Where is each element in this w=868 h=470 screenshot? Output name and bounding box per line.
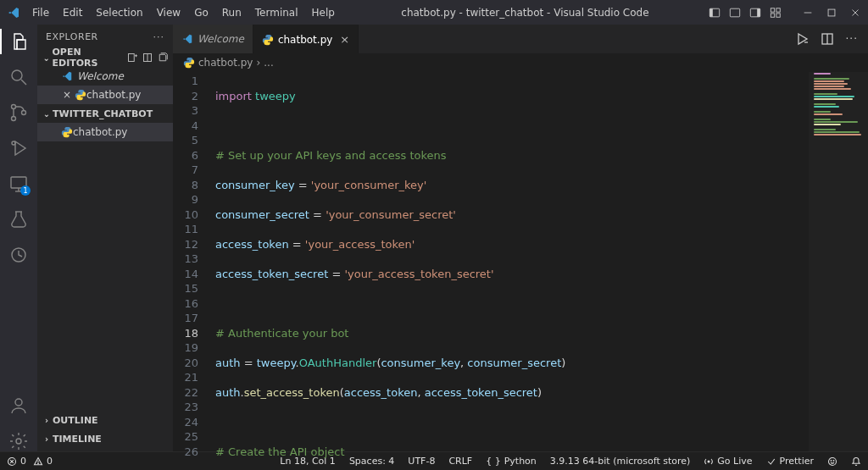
warning-icon (33, 456, 43, 467)
menu-run[interactable]: Run (215, 3, 248, 22)
editor: Welcome chatbot.py × ··· chatbot.py › ..… (173, 25, 868, 451)
svg-point-18 (22, 111, 26, 115)
menu-bar: File Edit Selection View Go Run Terminal… (25, 3, 342, 22)
chevron-down-icon: ⌄ (41, 109, 53, 119)
breadcrumb-more: ... (264, 57, 273, 69)
python-file-icon (262, 34, 274, 46)
save-all-icon[interactable] (158, 53, 168, 63)
python-file-icon (183, 57, 195, 69)
code-content[interactable]: import tweepy # Set up your API keys and… (209, 72, 868, 451)
svg-point-19 (12, 141, 15, 145)
tab-bar: Welcome chatbot.py × ··· (173, 25, 868, 53)
breadcrumb[interactable]: chatbot.py › ... (173, 53, 868, 72)
svg-point-25 (15, 399, 22, 406)
sidebar: EXPLORER ··· ⌄ OPEN EDITORS Welcome × ch… (37, 25, 173, 451)
layout-sidebar-left-icon[interactable] (709, 7, 721, 19)
svg-point-26 (16, 439, 21, 444)
svg-point-14 (12, 70, 22, 80)
svg-point-16 (12, 105, 16, 109)
open-editor-label: chatbot.py (86, 89, 141, 101)
activity-testing-icon[interactable] (8, 209, 29, 229)
layout-sidebar-right-icon[interactable] (749, 7, 761, 19)
timeline-label: TIMELINE (53, 434, 102, 445)
menu-terminal[interactable]: Terminal (248, 3, 305, 22)
chevron-right-icon: › (256, 57, 260, 69)
svg-rect-7 (776, 8, 780, 11)
title-bar: File Edit Selection View Go Run Terminal… (0, 0, 868, 25)
code-area[interactable]: 1234567891011121314151617181920212223242… (173, 72, 868, 451)
chevron-right-icon: › (41, 434, 53, 444)
activity-extra-icon[interactable] (8, 245, 29, 265)
open-editor-welcome[interactable]: Welcome (37, 67, 173, 86)
error-icon (7, 456, 17, 467)
activity-explorer-icon[interactable] (8, 31, 29, 52)
window-minimize-icon[interactable] (802, 7, 814, 19)
layout-panel-icon[interactable] (729, 7, 741, 19)
svg-rect-9 (776, 13, 780, 16)
svg-rect-11 (828, 9, 835, 16)
sidebar-more-icon[interactable]: ··· (153, 31, 165, 42)
python-file-icon (61, 126, 73, 138)
svg-point-17 (12, 117, 16, 121)
line-gutter: 1234567891011121314151617181920212223242… (173, 72, 209, 451)
svg-rect-6 (771, 8, 774, 11)
tab-label: chatbot.py (278, 34, 332, 46)
vscode-logo-icon (7, 6, 20, 19)
section-workspace[interactable]: ⌄ TWITTER_CHATBOT (37, 104, 173, 123)
svg-rect-5 (757, 8, 760, 17)
split-editor-icon[interactable] (821, 32, 834, 46)
error-count: 0 (20, 456, 26, 467)
menu-view[interactable]: View (150, 3, 187, 22)
editor-close-icon[interactable]: × (61, 89, 73, 101)
menu-help[interactable]: Help (305, 3, 342, 22)
tab-welcome[interactable]: Welcome (173, 25, 253, 53)
section-timeline[interactable]: › TIMELINE (37, 429, 173, 448)
window-maximize-icon[interactable] (826, 7, 837, 19)
tab-label: Welcome (198, 33, 244, 45)
chevron-right-icon: › (41, 416, 53, 425)
section-open-editors[interactable]: ⌄ OPEN EDITORS (37, 48, 173, 67)
window-close-icon[interactable] (849, 7, 861, 19)
menu-edit[interactable]: Edit (56, 3, 89, 22)
sidebar-title: EXPLORER (46, 31, 98, 42)
outline-label: OUTLINE (53, 415, 98, 426)
python-file-icon (75, 89, 86, 101)
menu-selection[interactable]: Selection (89, 3, 149, 22)
svg-rect-1 (709, 8, 713, 17)
activity-remote-explorer-icon[interactable]: 1 (8, 174, 29, 194)
vscode-icon (181, 33, 193, 45)
section-outline[interactable]: › OUTLINE (37, 411, 173, 429)
file-item-chatbot[interactable]: chatbot.py (37, 123, 173, 141)
editor-more-icon[interactable]: ··· (846, 33, 858, 45)
activity-accounts-icon[interactable] (8, 395, 29, 416)
activity-bar: 1 (0, 25, 37, 451)
toggle-layout-icon[interactable] (142, 53, 153, 63)
activity-debug-icon[interactable] (8, 138, 29, 158)
warning-count: 0 (47, 456, 53, 467)
menu-file[interactable]: File (25, 3, 56, 22)
open-editor-chatbot[interactable]: × chatbot.py (37, 86, 173, 104)
customize-layout-icon[interactable] (770, 7, 782, 19)
workspace-name: TWITTER_CHATBOT (53, 108, 153, 119)
window-title: chatbot.py - twitter_chatbot - Visual St… (342, 7, 709, 19)
svg-rect-8 (771, 13, 774, 16)
run-icon[interactable] (795, 32, 809, 46)
vscode-icon (61, 70, 73, 82)
breadcrumb-file: chatbot.py (198, 57, 253, 69)
status-problems[interactable]: 0 0 (0, 456, 59, 467)
tab-chatbot[interactable]: chatbot.py × (253, 25, 359, 53)
open-editors-label: OPEN EDITORS (52, 47, 127, 69)
svg-point-40 (38, 462, 39, 463)
menu-go[interactable]: Go (187, 3, 215, 22)
open-editor-label: Welcome (77, 70, 124, 82)
file-item-label: chatbot.py (73, 126, 127, 138)
activity-search-icon[interactable] (8, 67, 29, 87)
svg-rect-27 (129, 54, 135, 62)
new-untitled-icon[interactable] (127, 53, 137, 63)
tab-close-icon[interactable]: × (340, 33, 349, 46)
chevron-down-icon: ⌄ (41, 53, 52, 63)
remote-badge: 1 (20, 185, 31, 196)
minimap[interactable] (809, 72, 868, 451)
activity-source-control-icon[interactable] (8, 102, 29, 123)
activity-settings-icon[interactable] (8, 431, 29, 451)
